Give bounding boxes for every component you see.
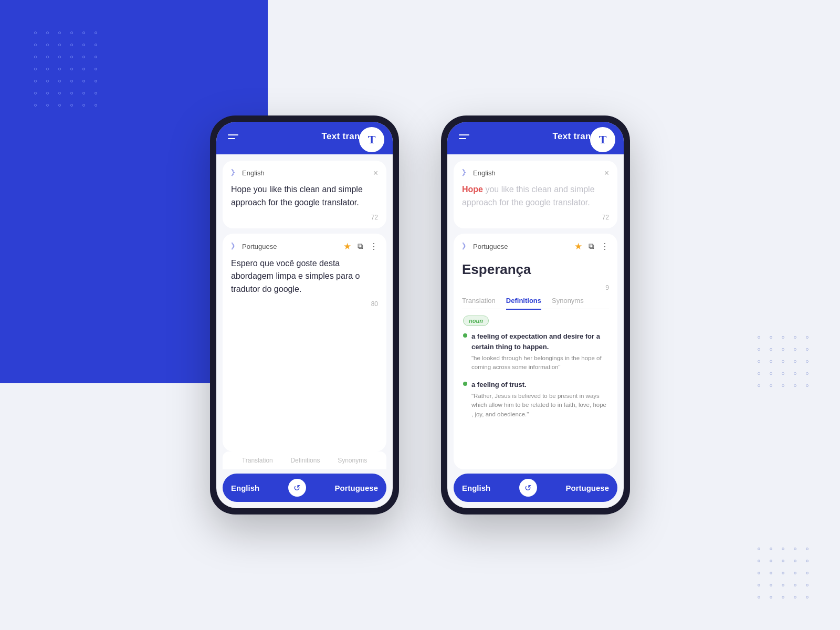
phone1-from-lang[interactable]: English <box>231 484 259 492</box>
phone2-lang-switcher: English ↺ Portuguese <box>454 474 617 502</box>
phone2-source-card: 》 English × Hope you like this clean and… <box>454 161 617 228</box>
phone1-logo: T <box>359 127 384 152</box>
sound-icon-2[interactable]: 》 <box>231 242 239 251</box>
more-button-2[interactable]: ⋮ <box>601 242 609 251</box>
phone1-to-lang[interactable]: Portuguese <box>334 484 378 492</box>
star-button-1[interactable]: ★ <box>343 241 351 252</box>
phone2-target-lang: 》 Portuguese <box>462 242 508 251</box>
swap-arrows-icon-2: ↺ <box>524 483 531 493</box>
def-main-text-1: a feeling of expectation and desire for … <box>471 331 608 352</box>
phone1-close-button[interactable]: × <box>373 169 378 178</box>
copy-button-1[interactable]: ⧉ <box>358 242 363 251</box>
phone2-content: 》 English × Hope you like this clean and… <box>447 154 624 469</box>
phone1-header: Text translate T <box>216 122 393 154</box>
hamburger-menu[interactable] <box>228 134 238 139</box>
phone1-target-text: Espero que você goste desta abordagem li… <box>231 257 378 296</box>
phone2-card-tabs: Translation Definitions Synonyms <box>462 297 609 310</box>
phone1-source-text: Hope you like this clean and simple appr… <box>231 183 378 209</box>
phone1-lang-switcher: English ↺ Portuguese <box>223 474 386 502</box>
card-tab-synonyms[interactable]: Synonyms <box>552 297 584 310</box>
copy-button-2[interactable]: ⧉ <box>589 242 594 251</box>
phone1-swap-button[interactable]: ↺ <box>288 479 306 497</box>
phone2-source-lang: 》 English <box>462 168 496 178</box>
phone1-target-card: 》 Portuguese ★ ⧉ ⋮ Espero que você goste… <box>223 234 386 452</box>
phone2-logo: T <box>590 127 615 152</box>
bullet-1 <box>463 333 467 338</box>
phone2-target-char-count: 9 <box>462 284 609 291</box>
bullet-2 <box>463 382 467 386</box>
def-example-2: "Rather, Jesus is believed to be present… <box>463 392 608 419</box>
more-button-1[interactable]: ⋮ <box>370 242 378 251</box>
phone1-target-lang: 》 Portuguese <box>231 242 277 251</box>
phone2-to-lang[interactable]: Portuguese <box>565 484 609 492</box>
phone2-from-lang[interactable]: English <box>462 484 490 492</box>
def-main-text-2: a feeling of trust. <box>471 380 527 390</box>
definitions-scroll: noun a feeling of expectation and desire… <box>462 316 609 462</box>
phone1-target-char-count: 80 <box>231 300 378 308</box>
card-tab-definitions[interactable]: Definitions <box>506 297 541 310</box>
phone-1: Text translate T 》 English × Hope <box>210 116 399 514</box>
sound-icon-3[interactable]: 》 <box>462 168 470 178</box>
tab-synonyms-1[interactable]: Synonyms <box>338 457 367 464</box>
tab-translation-1[interactable]: Translation <box>242 457 273 464</box>
hamburger-menu-2[interactable] <box>459 134 469 139</box>
phone2-source-text: Hope you like this clean and simple appr… <box>462 183 609 209</box>
phone2-swap-button[interactable]: ↺ <box>519 479 537 497</box>
def-example-1: "he looked through her belongings in the… <box>463 354 608 372</box>
card-tab-translation[interactable]: Translation <box>462 297 496 310</box>
highlighted-word: Hope <box>462 185 483 194</box>
phone1-source-lang: 》 English <box>231 168 265 178</box>
phone1-bottom-tabs: Translation Definitions Synonyms <box>223 452 386 469</box>
definition-2: a feeling of trust. "Rather, Jesus is be… <box>463 380 608 419</box>
sound-icon-1[interactable]: 》 <box>231 168 239 178</box>
phones-container: Text translate T 》 English × Hope <box>0 0 840 630</box>
phone2-close-button[interactable]: × <box>604 169 609 178</box>
phone-2: Text translate T 》 English × <box>441 116 630 514</box>
translated-word: Esperança <box>462 261 609 278</box>
star-button-2[interactable]: ★ <box>574 241 582 252</box>
swap-arrows-icon: ↺ <box>293 483 300 493</box>
phone2-target-card: 》 Portuguese ★ ⧉ ⋮ Esperança 9 Transla <box>454 234 617 469</box>
sound-icon-4[interactable]: 》 <box>462 242 470 251</box>
phone1-content: 》 English × Hope you like this clean and… <box>216 154 393 452</box>
noun-badge: noun <box>463 316 489 326</box>
definition-1: a feeling of expectation and desire for … <box>463 331 608 372</box>
phone1-char-count: 72 <box>231 214 378 221</box>
phone2-char-count: 72 <box>462 214 609 221</box>
phone1-source-card: 》 English × Hope you like this clean and… <box>223 161 386 228</box>
tab-definitions-1[interactable]: Definitions <box>290 457 320 464</box>
phone2-header: Text translate T <box>447 122 624 154</box>
